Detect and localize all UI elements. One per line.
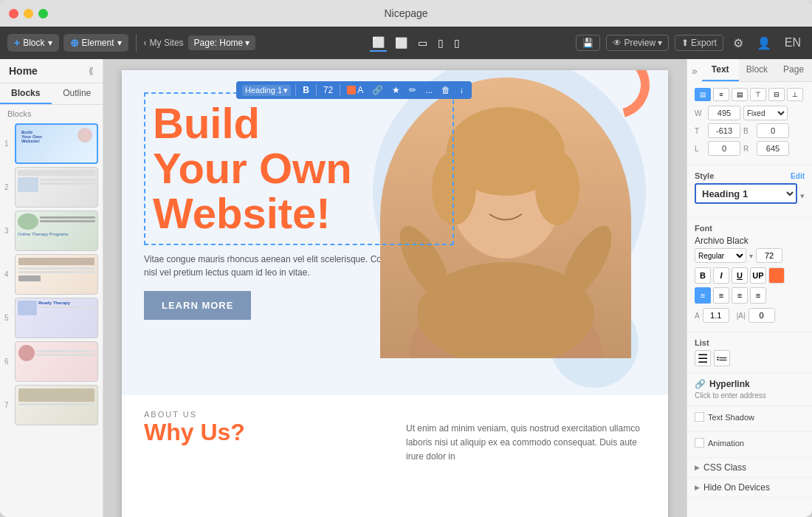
left-sidebar: Home ⟪ Blocks Outline Blocks 1 BuildYour… — [0, 59, 103, 517]
align-right-button[interactable]: ▤ — [732, 88, 748, 101]
list-item[interactable]: 7 — [4, 385, 98, 425]
mobile-icon[interactable]: ▯ — [436, 35, 446, 51]
hyperlink-section: 🔗 Hyperlink Click to enter address — [687, 373, 812, 406]
width-input[interactable] — [708, 106, 740, 120]
list-title: List — [695, 338, 805, 347]
l-input[interactable] — [708, 141, 740, 156]
style-edit-button[interactable]: Edit — [791, 172, 805, 180]
laptop-icon[interactable]: ⬜ — [393, 35, 410, 51]
align-bottom-button[interactable]: ⊥ — [787, 88, 803, 101]
delete-toolbar-button[interactable]: 🗑 — [439, 84, 453, 96]
text-align-right-button[interactable]: ≡ — [732, 287, 748, 304]
maximize-button[interactable] — [38, 9, 48, 18]
align-left-button[interactable]: ▤ — [695, 88, 711, 101]
tab-blocks[interactable]: Blocks — [0, 83, 52, 104]
hide-on-devices-expandable[interactable]: ▶ Hide On Devices — [687, 478, 812, 498]
save-button[interactable]: 💾 — [576, 35, 600, 51]
heading-type-label: Heading 1 — [245, 86, 282, 95]
sidebar-title: Home — [9, 65, 38, 77]
hero-cta-button[interactable]: LEARN MORE — [144, 291, 251, 320]
bold-button[interactable]: B — [695, 267, 711, 284]
hyperlink-description[interactable]: Click to enter address — [695, 391, 805, 400]
block-thumbnail-4[interactable] — [15, 254, 98, 295]
text-shadow-section: Text Shadow — [687, 406, 812, 432]
underline-button[interactable]: U — [732, 267, 748, 284]
preview-button[interactable]: 👁 Preview ▾ — [606, 35, 669, 51]
width-mode-select[interactable]: Fixed — [743, 106, 788, 120]
nav-my-sites[interactable]: ‹ My Sites — [144, 38, 184, 48]
tab-page[interactable]: Page — [775, 59, 812, 81]
star-toolbar-button[interactable]: ★ — [390, 84, 402, 96]
desktop-icon[interactable]: ⬜ — [370, 34, 387, 52]
list-item[interactable]: 2 — [4, 167, 98, 208]
tab-outline[interactable]: Outline — [52, 83, 103, 104]
page-home-button[interactable]: Page: Home ▾ — [188, 35, 256, 50]
edit-toolbar-button[interactable]: ✏ — [407, 84, 419, 96]
language-button[interactable]: EN — [781, 35, 805, 51]
align-top-button[interactable]: ⊤ — [750, 88, 766, 101]
list-item[interactable]: 4 — [4, 254, 98, 295]
align-center-button[interactable]: ≡ — [713, 88, 729, 101]
block-thumbnail-2[interactable] — [15, 167, 98, 208]
color-swatch-button[interactable] — [768, 267, 785, 284]
text-shadow-checkbox[interactable] — [695, 412, 704, 422]
block-thumbnail-6[interactable] — [15, 341, 98, 382]
tablet-icon[interactable]: ▭ — [416, 35, 430, 51]
down-toolbar-button[interactable]: ↓ — [457, 84, 466, 96]
hero-text-block[interactable]: Build Your Own Website! — [144, 92, 454, 245]
chevron-down-icon: ▾ — [245, 38, 250, 48]
canvas-area[interactable]: Heading 1 ▾ B 72 A 🔗 ★ — [103, 59, 687, 517]
app-window: Nicepage + Block ▾ ⊕ Element ▾ ‹ My Site… — [0, 0, 812, 517]
r-input[interactable] — [757, 141, 789, 156]
align-middle-button[interactable]: ⊟ — [768, 88, 785, 101]
close-button[interactable] — [9, 9, 18, 18]
block-thumbnail-3[interactable]: Online Therapy Programs — [15, 210, 98, 251]
css-class-expandable[interactable]: ▶ CSS Class — [687, 458, 812, 478]
sidebar-collapse-button[interactable]: ⟪ — [89, 66, 94, 76]
color-toolbar-button[interactable]: A — [345, 84, 365, 96]
tab-block[interactable]: Block — [739, 59, 776, 81]
text-align-justify-button[interactable]: ≡ — [750, 287, 766, 304]
font-size-input[interactable] — [756, 248, 782, 263]
font-style-row: Regular ▾ — [695, 248, 805, 263]
b-input[interactable] — [757, 123, 789, 138]
unordered-list-button[interactable]: ☰ — [695, 350, 711, 366]
hyperlink-title: Hyperlink — [709, 379, 750, 389]
mobile-small-icon[interactable]: ▯ — [452, 35, 462, 51]
link-toolbar-button[interactable]: 🔗 — [370, 84, 385, 96]
main-content: Home ⟪ Blocks Outline Blocks 1 BuildYour… — [0, 59, 812, 517]
block-button[interactable]: + Block ▾ — [7, 34, 59, 52]
letter-spacing-input[interactable] — [749, 308, 775, 323]
font-style-select[interactable]: Regular — [695, 248, 746, 263]
tab-text[interactable]: Text — [702, 59, 739, 81]
italic-button[interactable]: I — [713, 267, 729, 284]
element-button[interactable]: ⊕ Element ▾ — [63, 34, 128, 52]
minimize-button[interactable] — [24, 9, 33, 18]
list-item[interactable]: 3 Online Therapy Programs — [4, 210, 98, 251]
letter-spacing-icon: |A| — [737, 312, 746, 320]
bold-toolbar-button[interactable]: B — [300, 84, 312, 96]
more-toolbar-button[interactable]: ... — [423, 84, 435, 96]
block-thumbnail-1[interactable]: BuildYour OwnWebsite! — [15, 123, 98, 164]
text-align-center-button[interactable]: ≡ — [713, 287, 729, 304]
settings-icon[interactable]: ⚙ — [729, 35, 747, 52]
heading-type-dropdown[interactable]: Heading 1 ▾ — [242, 85, 291, 96]
export-button[interactable]: ⬆ Export — [675, 35, 723, 51]
ordered-list-button[interactable]: ≔ — [714, 350, 730, 366]
uppercase-button[interactable]: UP — [750, 267, 766, 284]
list-item[interactable]: 6 — [4, 341, 98, 382]
animation-checkbox[interactable] — [695, 438, 704, 448]
user-icon[interactable]: 👤 — [753, 35, 775, 52]
text-align-left-button[interactable]: ≡ — [695, 287, 711, 304]
list-item[interactable]: 5 Ready Therapy — [4, 298, 98, 338]
block-thumbnail-7[interactable] — [15, 385, 98, 425]
left-right-row: L R — [695, 141, 805, 156]
t-input[interactable] — [708, 123, 740, 138]
list-item[interactable]: 1 BuildYour OwnWebsite! — [4, 123, 98, 164]
font-size-toolbar[interactable]: 72 — [321, 84, 335, 96]
plus-circle-icon: ⊕ — [70, 37, 79, 49]
block-thumbnail-5[interactable]: Ready Therapy — [15, 298, 98, 338]
heading-style-select[interactable]: Heading 1 — [695, 183, 797, 204]
line-height-input[interactable] — [703, 308, 729, 323]
right-panel-collapse[interactable]: » — [687, 65, 702, 77]
